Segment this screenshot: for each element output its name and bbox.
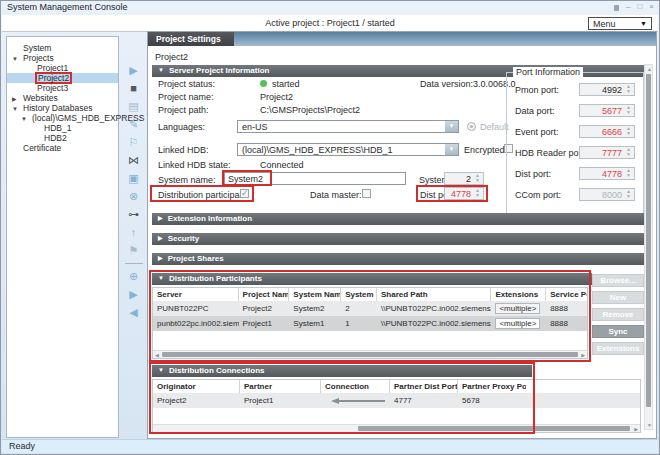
link-hdb-icon[interactable]: ⊶ <box>128 209 139 220</box>
tree-item-projects[interactable]: ▼Projects <box>7 53 118 63</box>
system-id-stepper[interactable]: 2 ▲▼ <box>444 172 484 185</box>
tree-item-hdb2[interactable]: HDB2 <box>7 133 118 143</box>
active-project-bar: Active project : Project1 / started Menu… <box>2 15 658 32</box>
section-expanded-icon: ▼ <box>158 275 164 281</box>
linked-hdb-label: Linked HDB: <box>158 145 209 155</box>
scroll-down-icon[interactable]: ▼ <box>646 422 653 428</box>
table-row[interactable]: Project2 Project1 4777 5678 <box>153 393 640 408</box>
tree-item-certificate[interactable]: Certificate <box>7 143 118 153</box>
scroll-right-icon[interactable]: ▶ <box>581 352 585 358</box>
participants-horizontal-scrollbar[interactable]: ◀ ▶ <box>153 350 587 358</box>
system-name-input[interactable]: System2 <box>224 172 406 185</box>
spinner-arrows-icon[interactable]: ▲▼ <box>473 188 482 199</box>
tab-bar: Project Settings <box>148 32 656 46</box>
section-project-shares[interactable]: ▶Project Shares <box>152 253 644 265</box>
rename-project-icon[interactable]: ⚐ <box>129 137 139 148</box>
extensions-dropdown[interactable]: <multiple> <box>495 318 540 329</box>
menu-label: Menu <box>593 19 616 29</box>
scroll-up-icon[interactable]: ▲ <box>646 66 653 72</box>
copy-project-icon[interactable]: ▤ <box>128 101 138 112</box>
scrollbar-thumb[interactable] <box>646 74 651 407</box>
upgrade-project-icon[interactable]: ↑ <box>131 227 137 238</box>
new-button[interactable]: New <box>592 291 644 304</box>
tree-item-project2-selected[interactable]: Project2 <box>7 73 118 83</box>
distribution-edit-icon[interactable]: ⋈ <box>128 155 139 166</box>
tree-item-history-databases[interactable]: ▼History Databases <box>7 103 118 113</box>
close-button[interactable]: × <box>649 2 654 12</box>
ccom-port-stepper[interactable]: 8000▲▼ <box>579 188 635 201</box>
section-expanded-icon: ▼ <box>158 367 164 373</box>
table-row[interactable]: PUNBT022PC Project2 System2 2 \\PUNBT022… <box>153 301 587 316</box>
scroll-right-icon[interactable]: ▶ <box>634 426 638 432</box>
scrollbar-thumb[interactable] <box>358 426 630 431</box>
status-started-icon <box>260 80 267 87</box>
section-security[interactable]: ▶Security <box>152 233 644 245</box>
scrollbar-thumb[interactable] <box>162 352 578 357</box>
toolbar-separator <box>125 263 143 264</box>
hdb-reader-port-label: HDB Reader port: <box>515 148 587 158</box>
chevron-down-icon[interactable]: ▼ <box>445 121 458 132</box>
tree-item-project3[interactable]: Project3 <box>7 83 118 93</box>
add-icon[interactable]: ⊕ <box>129 271 138 282</box>
back-icon[interactable]: ◀ <box>129 307 137 318</box>
scroll-left-icon[interactable]: ◀ <box>155 352 159 358</box>
dist-port-stepper[interactable]: 4778 ▲▼ <box>444 187 484 200</box>
minimize-button[interactable]: – <box>626 2 630 12</box>
spinner-arrows-icon[interactable]: ▲▼ <box>624 147 633 158</box>
settings-vertical-scrollbar[interactable]: ▲ ▼ <box>644 64 653 430</box>
tree-item-hdb1[interactable]: HDB_1 <box>7 123 118 133</box>
pin-project-icon[interactable]: ⚑ <box>129 245 139 256</box>
window-controls: – □ × <box>614 2 654 12</box>
linked-hdb-dropdown[interactable]: (local)\GMS_HDB_EXPRESS\HDB_1 ▼ <box>237 143 459 156</box>
save-project-icon[interactable]: ▣ <box>128 173 138 184</box>
stop-project-icon[interactable]: ■ <box>130 83 137 94</box>
distribution-participant-label: Distribution participant: <box>158 190 250 200</box>
spinner-arrows-icon[interactable]: ▲▼ <box>624 168 633 179</box>
tree-item-system[interactable]: System <box>7 43 118 53</box>
app-window: System Management Console – □ × Active p… <box>0 0 660 455</box>
section-extension-information[interactable]: ▶Extension Information <box>152 213 644 225</box>
spinner-arrows-icon[interactable]: ▲▼ <box>624 126 633 137</box>
spinner-arrows-icon[interactable]: ▲▼ <box>624 105 633 116</box>
pmon-port-label: Pmon port: <box>515 85 559 95</box>
maximize-button[interactable]: □ <box>637 2 642 12</box>
selected-project-label: Project2 <box>155 52 188 62</box>
spinner-arrows-icon[interactable]: ▲▼ <box>624 189 633 200</box>
spinner-arrows-icon[interactable]: ▲▼ <box>473 173 482 184</box>
browse-button[interactable]: Browse... <box>592 274 644 287</box>
section-collapsed-icon: ▶ <box>158 215 163 221</box>
tab-project-settings[interactable]: Project Settings <box>148 32 234 46</box>
hdb-reader-port-stepper[interactable]: 7777▲▼ <box>579 146 635 159</box>
pmon-port-stepper[interactable]: 4992▲▼ <box>579 83 635 96</box>
forward-icon[interactable]: ▶ <box>129 289 137 300</box>
table-row[interactable]: punbt022pc.in002.siemen Project1 System1… <box>153 316 587 331</box>
languages-dropdown[interactable]: en-US ▼ <box>237 120 459 133</box>
chevron-down-icon[interactable]: ▼ <box>445 144 458 155</box>
extensions-dropdown[interactable]: <multiple> <box>495 303 540 314</box>
sync-button[interactable]: Sync <box>592 325 644 338</box>
project-name-value: Project2 <box>260 92 293 102</box>
dist-port-info-stepper[interactable]: 4778▲▼ <box>579 167 635 180</box>
spinner-arrows-icon[interactable]: ▲▼ <box>624 84 633 95</box>
default-radio[interactable] <box>467 122 476 131</box>
project-status-value: started <box>272 79 300 89</box>
delete-project-icon[interactable]: ⊗ <box>129 191 138 202</box>
dist-port-info-label: Dist port: <box>515 169 551 179</box>
distribution-participant-checkbox[interactable] <box>240 189 249 198</box>
tree-item-websites[interactable]: ▶Websites <box>7 93 118 103</box>
menu-dropdown[interactable]: Menu ▼ <box>588 17 652 30</box>
tree-item-hdb-express[interactable]: ▼(local)\GMS_HDB_EXPRESS <box>7 113 118 123</box>
data-port-stepper[interactable]: 5677▲▼ <box>579 104 635 117</box>
section-distribution-connections[interactable]: ▼Distribution Connections <box>152 365 532 377</box>
lock-icon <box>614 5 619 11</box>
remove-button[interactable]: Remove <box>592 308 644 321</box>
edit-project-icon[interactable]: ✎ <box>129 119 138 130</box>
data-master-checkbox[interactable] <box>362 189 371 198</box>
section-distribution-participants[interactable]: ▼Distribution Participants <box>152 273 592 285</box>
languages-label: Languages: <box>158 122 205 132</box>
start-project-icon[interactable]: ▶ <box>129 65 137 76</box>
event-port-stepper[interactable]: 6666▲▼ <box>579 125 635 138</box>
extensions-button[interactable]: Extensions <box>592 342 644 355</box>
port-information-title: Port Information <box>513 67 583 77</box>
connections-horizontal-scrollbar[interactable]: ▶ <box>153 424 640 432</box>
